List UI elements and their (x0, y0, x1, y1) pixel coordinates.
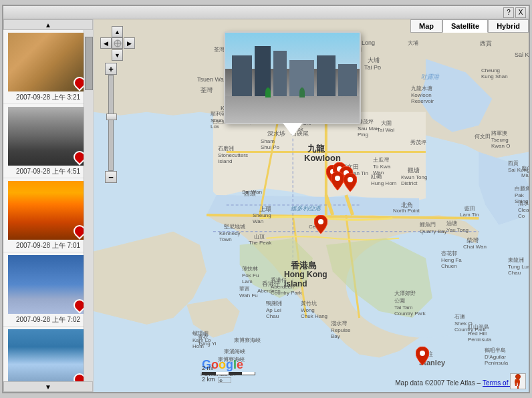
svg-point-20 (348, 177, 353, 182)
main-window: ? X ▲ 2007-09-28 上午 3:21 (2, 5, 530, 393)
nav-pad: ▲ ◀ ▶ ▼ (100, 26, 135, 61)
svg-point-21 (318, 219, 323, 224)
photo-item-4[interactable]: 2007-09-28 上午 7:02 (3, 252, 93, 327)
map-pin-6[interactable] (314, 215, 327, 236)
photo-scrollbar[interactable] (84, 30, 93, 381)
photo-item-3[interactable]: 2007-09-28 上午 7:01 (3, 178, 93, 252)
nav-right-button[interactable]: ▶ (124, 37, 135, 49)
scrollbar-thumb[interactable] (85, 37, 93, 90)
map-pin-5[interactable] (344, 173, 357, 194)
photo-timestamp-4: 2007-09-28 上午 7:02 (16, 315, 80, 325)
svg-text:⊕: ⊕ (219, 379, 223, 383)
map-pin-4[interactable] (331, 172, 344, 192)
photo-thumb-2 (8, 107, 88, 166)
zoom-out-button[interactable]: − (105, 171, 117, 183)
hybrid-tab[interactable]: Hybrid (488, 19, 529, 33)
photo-popup[interactable] (224, 31, 361, 124)
scale-seg-3 (229, 372, 243, 375)
svg-point-22 (420, 351, 425, 356)
scale-seg-2 (216, 372, 229, 375)
main-content: ▲ 2007-09-28 上午 3:21 200 (3, 19, 529, 392)
photo-timestamp-3: 2007-09-28 上午 7:01 (16, 241, 80, 250)
svg-point-25 (516, 375, 521, 379)
popup-image (225, 33, 360, 123)
photo-thumb-3 (8, 181, 88, 240)
photo-list: 2007-09-28 上午 3:21 2007-09-28 上午 4:51 (3, 30, 93, 381)
photo-timestamp-2: 2007-09-28 上午 4:51 (16, 167, 80, 176)
map-pin-7[interactable] (416, 347, 429, 367)
photo-thumb-1 (8, 33, 88, 91)
scale-seg-1 (203, 372, 216, 375)
map-toolbar: Map Satellite Hybrid (410, 19, 529, 33)
nav-center-button[interactable] (112, 37, 123, 49)
photo-item-2[interactable]: 2007-09-28 上午 4:51 (3, 104, 93, 178)
map-attribution: Map data ©2007 Tele Atlas – Terms of Use (395, 379, 522, 387)
help-button[interactable]: ? (503, 7, 514, 18)
zoom-track[interactable] (108, 75, 114, 171)
nav-controls: ▲ ◀ ▶ ▼ (100, 26, 135, 61)
nav-down-button[interactable]: ▼ (112, 49, 123, 61)
scroll-up-button[interactable]: ▲ (3, 19, 93, 30)
map-area[interactable]: 九龍 Kowloon 香港島 Hong KongIsland 荃灣 Tsuen … (94, 19, 529, 392)
zoom-handle[interactable] (106, 114, 117, 120)
photo-item-5[interactable]: 2007-09-28 上午 7:05 (3, 327, 93, 381)
zoom-slider: + − (106, 63, 116, 183)
scale-bar: 2 mi 2 km ⊕ (202, 365, 255, 383)
title-bar: ? X (3, 6, 529, 19)
nav-left-button[interactable]: ◀ (100, 37, 112, 49)
photo-thumb-5 (8, 329, 88, 381)
svg-point-19 (335, 176, 340, 181)
street-view-button[interactable] (510, 373, 526, 389)
scale-label-km: 2 km ⊕ (202, 376, 255, 383)
satellite-tab[interactable]: Satellite (442, 19, 488, 33)
scale-seg-4 (242, 372, 255, 375)
scale-line (202, 372, 255, 375)
map-tab[interactable]: Map (410, 19, 442, 33)
zoom-in-button[interactable]: + (105, 63, 117, 75)
photo-timestamp-1: 2007-09-28 上午 3:21 (16, 93, 80, 102)
photo-thumb-4 (8, 255, 88, 314)
photo-strip: ▲ 2007-09-28 上午 3:21 200 (3, 19, 94, 392)
map-data-text: Map data ©2007 Tele Atlas – (395, 379, 481, 387)
close-button[interactable]: X (515, 7, 526, 18)
scale-label-mi: 2 mi (202, 365, 255, 371)
nav-up-button[interactable]: ▲ (112, 26, 123, 37)
photo-item-1[interactable]: 2007-09-28 上午 3:21 (3, 30, 93, 104)
scroll-down-button[interactable]: ▼ (3, 381, 93, 392)
